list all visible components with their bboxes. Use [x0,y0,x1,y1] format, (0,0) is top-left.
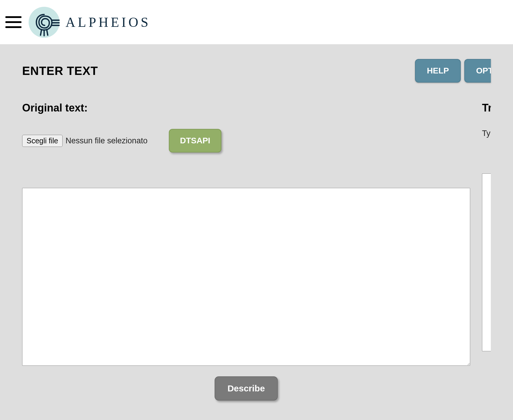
app-header: ALPHEIOS [0,0,513,44]
original-text-textarea[interactable] [22,188,470,366]
dtsapi-button[interactable]: DTSAPI [169,129,222,152]
brand-logo[interactable]: ALPHEIOS [29,7,151,38]
hamburger-menu-icon[interactable] [5,16,22,28]
choose-file-button[interactable]: Scegli file [22,135,63,147]
help-button[interactable]: HELP [415,59,461,83]
translation-textarea-partial[interactable] [482,173,491,351]
hamburger-line [5,26,22,28]
options-button[interactable]: OPT [464,59,491,83]
svg-line-5 [40,29,42,35]
hamburger-line [5,16,22,18]
top-action-buttons: HELP OPT [415,59,491,83]
brand-name: ALPHEIOS [66,14,151,30]
file-status-text: Nessun file selezionato [66,136,148,145]
original-text-label: Original text: [22,102,470,114]
top-row: ENTER TEXT HELP OPT [22,59,491,83]
file-input[interactable]: Scegli file Nessun file selezionato [22,135,148,147]
main-content: ENTER TEXT HELP OPT Original text: Scegl… [0,44,513,420]
translation-panel-partial: Tr Ty [482,102,491,401]
translation-label-partial: Tr [482,102,491,114]
translation-file-row-partial: Ty [482,129,491,138]
alpheios-logo-icon [29,7,60,38]
translation-type-partial: Ty [482,129,491,138]
describe-button[interactable]: Describe [215,376,278,401]
file-input-row: Scegli file Nessun file selezionato DTSA… [22,129,470,152]
svg-line-4 [47,29,48,35]
hamburger-line [5,21,22,23]
describe-row: Describe [22,376,470,401]
original-text-panel: Original text: Scegli file Nessun file s… [22,102,470,401]
page-title: ENTER TEXT [22,64,98,78]
text-columns: Original text: Scegli file Nessun file s… [22,102,491,401]
